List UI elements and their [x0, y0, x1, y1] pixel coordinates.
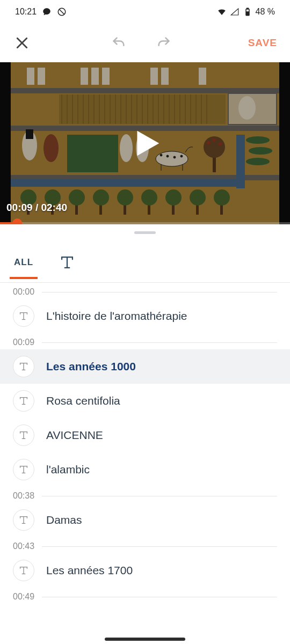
time-marker: 00:00: [0, 283, 290, 299]
text-type-icon: [13, 356, 34, 377]
sheet-drag-row[interactable]: [0, 224, 290, 240]
video-current-time: 00:09: [6, 202, 33, 213]
time-marker: 00:09: [0, 333, 290, 349]
undo-button[interactable]: [107, 31, 130, 55]
battery-percent: 48 %: [256, 7, 275, 17]
time-marker: 00:38: [0, 487, 290, 503]
video-duration: 02:40: [41, 202, 67, 213]
text-type-icon: [13, 425, 34, 446]
time-marker-label: 00:09: [13, 338, 34, 347]
status-time: 10:21: [15, 7, 37, 17]
do-not-disturb-icon: [57, 7, 67, 17]
timeline-item-title: Les années 1000: [46, 360, 136, 373]
status-right: 48 %: [217, 7, 275, 17]
timeline-item-active[interactable]: Les années 1000: [0, 349, 290, 384]
timeline-item-title: Les années 1700: [46, 564, 133, 577]
battery-icon: [243, 7, 252, 17]
svg-rect-3: [247, 8, 248, 9]
navigation-bar-pill: [105, 638, 185, 641]
timeline-item[interactable]: Damas: [0, 503, 290, 537]
signal-icon: [230, 7, 240, 17]
timeline-item-title: l'alambic: [46, 463, 90, 476]
timeline-item-title: L'histoire de l'aromathérapie: [46, 310, 187, 323]
time-marker-rule: [42, 342, 277, 343]
video-progress-thumb[interactable]: [12, 218, 22, 224]
video-progress-track[interactable]: [0, 222, 290, 224]
text-type-icon: [13, 509, 34, 531]
time-marker-label: 00:43: [13, 541, 34, 551]
text-type-icon: [13, 560, 34, 581]
tab-text[interactable]: [56, 250, 78, 282]
time-marker-rule: [42, 597, 277, 597]
time-marker-label: 00:49: [13, 592, 34, 602]
time-marker-rule: [42, 292, 277, 292]
save-button[interactable]: SAVE: [248, 37, 277, 49]
chat-bubble-icon: [42, 7, 52, 17]
editor-toolbar: SAVE: [0, 24, 290, 62]
tabs: ALL: [0, 240, 290, 283]
timeline-item-title: AVICENNE: [46, 429, 103, 442]
redo-button[interactable]: [152, 31, 176, 55]
timeline-item-title: Rosa centifolia: [46, 394, 120, 407]
video-time-overlay: 00:09 / 02:40: [6, 202, 67, 214]
status-left: 10:21: [15, 7, 67, 17]
timeline-item-title: Damas: [46, 514, 82, 526]
close-button[interactable]: [10, 31, 34, 55]
time-marker-rule: [42, 546, 277, 547]
time-marker-label: 00:00: [13, 287, 34, 297]
video-time-separator: /: [33, 202, 41, 213]
play-button[interactable]: [126, 125, 164, 162]
timeline-item[interactable]: l'alambic: [0, 452, 290, 487]
timeline-list: 00:00 L'histoire de l'aromathérapie 00:0…: [0, 283, 290, 604]
timeline-item[interactable]: Rosa centifolia: [0, 384, 290, 418]
text-type-icon: [13, 305, 34, 327]
text-type-icon: [13, 390, 34, 412]
text-tool-icon: [58, 253, 76, 272]
time-marker: 00:49: [0, 588, 290, 604]
time-marker: 00:43: [0, 537, 290, 553]
video-player[interactable]: 00:09 / 02:40: [0, 62, 290, 224]
tab-all-label: ALL: [14, 257, 33, 267]
svg-line-1: [60, 10, 64, 14]
svg-rect-4: [246, 12, 249, 15]
drag-handle-icon: [134, 231, 156, 234]
timeline-item[interactable]: L'histoire de l'aromathérapie: [0, 299, 290, 333]
time-marker-rule: [42, 496, 277, 496]
tab-all[interactable]: ALL: [12, 254, 35, 279]
text-type-icon: [13, 459, 34, 480]
status-bar: 10:21 48 %: [0, 0, 290, 24]
time-marker-label: 00:38: [13, 491, 34, 501]
wifi-icon: [217, 7, 227, 17]
timeline-item[interactable]: AVICENNE: [0, 418, 290, 452]
timeline-item[interactable]: Les années 1700: [0, 553, 290, 588]
